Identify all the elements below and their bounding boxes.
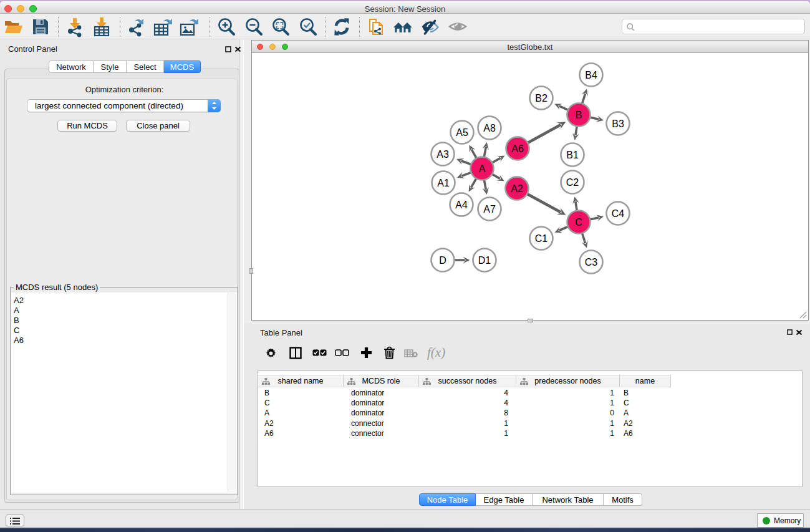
svg-text:A7: A7 xyxy=(483,203,496,214)
svg-text:C4: C4 xyxy=(611,208,624,218)
svg-text:D1: D1 xyxy=(478,254,491,265)
svg-text:C: C xyxy=(575,216,582,227)
svg-text:B2: B2 xyxy=(535,92,547,103)
svg-text:B: B xyxy=(575,109,582,120)
svg-text:A8: A8 xyxy=(483,122,496,133)
svg-text:A3: A3 xyxy=(436,148,449,159)
svg-text:C1: C1 xyxy=(534,233,547,243)
svg-text:C2: C2 xyxy=(566,177,579,187)
svg-text:B3: B3 xyxy=(612,118,624,128)
svg-text:B1: B1 xyxy=(566,149,579,160)
svg-text:A: A xyxy=(478,163,485,173)
svg-text:B4: B4 xyxy=(585,69,597,80)
svg-text:A1: A1 xyxy=(437,177,450,188)
svg-text:C3: C3 xyxy=(584,256,597,267)
svg-text:A2: A2 xyxy=(511,183,523,193)
svg-text:D: D xyxy=(439,254,446,265)
svg-text:A6: A6 xyxy=(511,143,524,153)
svg-text:A5: A5 xyxy=(456,127,468,137)
svg-text:A4: A4 xyxy=(455,199,468,210)
